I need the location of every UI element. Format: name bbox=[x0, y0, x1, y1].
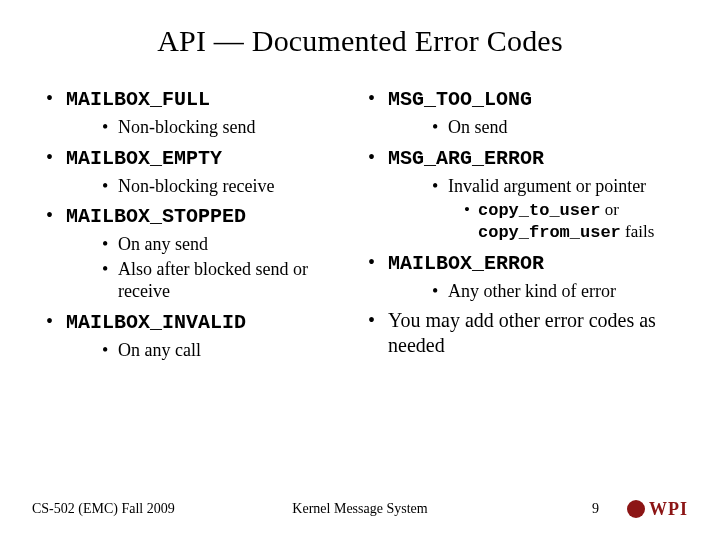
slide: API — Documented Error Codes MAILBOX_FUL… bbox=[0, 0, 720, 540]
code-inline: copy_to_user bbox=[478, 201, 600, 220]
left-column: MAILBOX_FULL Non-blocking send MAILBOX_E… bbox=[44, 86, 356, 367]
wpi-text: WPI bbox=[649, 499, 688, 520]
item-msg-too-long: MSG_TOO_LONG On send bbox=[364, 86, 676, 139]
code-label: MAILBOX_INVALID bbox=[66, 311, 246, 334]
item-msg-arg-error: MSG_ARG_ERROR Invalid argument or pointe… bbox=[364, 145, 676, 244]
footer-center: Kernel Message System bbox=[292, 501, 427, 517]
text-inline: fails bbox=[621, 222, 655, 241]
footer-left: CS-502 (EMC) Fall 2009 bbox=[32, 501, 175, 517]
footer-right: 9 WPI bbox=[592, 499, 688, 520]
sub-item: On any send bbox=[102, 233, 356, 256]
sub-item: Also after blocked send or receive bbox=[102, 258, 356, 303]
code-label: MAILBOX_ERROR bbox=[388, 252, 544, 275]
sub-item: Any other kind of error bbox=[432, 280, 676, 303]
sub-item: Invalid argument or pointer copy_to_user… bbox=[432, 175, 676, 244]
item-mailbox-invalid: MAILBOX_INVALID On any call bbox=[44, 309, 356, 362]
sub-list: Any other kind of error bbox=[388, 280, 676, 303]
sub-item: Non-blocking send bbox=[102, 116, 356, 139]
wpi-seal-icon bbox=[627, 500, 645, 518]
code-inline: copy_from_user bbox=[478, 223, 621, 242]
sub-item: On send bbox=[432, 116, 676, 139]
right-column: MSG_TOO_LONG On send MSG_ARG_ERROR Inval… bbox=[364, 86, 676, 367]
wpi-logo: WPI bbox=[627, 499, 688, 520]
slide-footer: CS-502 (EMC) Fall 2009 Kernel Message Sy… bbox=[0, 496, 720, 522]
sub-sub-list: copy_to_user or copy_from_user fails bbox=[448, 199, 676, 244]
item-mailbox-empty: MAILBOX_EMPTY Non-blocking receive bbox=[44, 145, 356, 198]
code-label: MSG_TOO_LONG bbox=[388, 88, 532, 111]
sub-list: On any call bbox=[66, 339, 356, 362]
code-label: MAILBOX_FULL bbox=[66, 88, 210, 111]
content-columns: MAILBOX_FULL Non-blocking send MAILBOX_E… bbox=[44, 86, 676, 367]
sub-list: On send bbox=[388, 116, 676, 139]
item-mailbox-full: MAILBOX_FULL Non-blocking send bbox=[44, 86, 356, 139]
code-label: MAILBOX_STOPPED bbox=[66, 205, 246, 228]
item-extra-note: You may add other error codes as needed bbox=[364, 308, 676, 358]
sub-sub-item: copy_to_user or copy_from_user fails bbox=[464, 199, 676, 244]
item-mailbox-error: MAILBOX_ERROR Any other kind of error bbox=[364, 250, 676, 303]
text-inline: or bbox=[600, 200, 618, 219]
sub-item: On any call bbox=[102, 339, 356, 362]
right-list: MSG_TOO_LONG On send MSG_ARG_ERROR Inval… bbox=[364, 86, 676, 358]
sub-list: Invalid argument or pointer copy_to_user… bbox=[388, 175, 676, 244]
slide-title: API — Documented Error Codes bbox=[44, 24, 676, 58]
sub-item-text: Invalid argument or pointer bbox=[448, 176, 646, 196]
item-mailbox-stopped: MAILBOX_STOPPED On any send Also after b… bbox=[44, 203, 356, 303]
sub-list: On any send Also after blocked send or r… bbox=[66, 233, 356, 303]
left-list: MAILBOX_FULL Non-blocking send MAILBOX_E… bbox=[44, 86, 356, 361]
code-label: MSG_ARG_ERROR bbox=[388, 147, 544, 170]
sub-item: Non-blocking receive bbox=[102, 175, 356, 198]
page-number: 9 bbox=[592, 501, 599, 517]
sub-list: Non-blocking send bbox=[66, 116, 356, 139]
sub-list: Non-blocking receive bbox=[66, 175, 356, 198]
code-label: MAILBOX_EMPTY bbox=[66, 147, 222, 170]
